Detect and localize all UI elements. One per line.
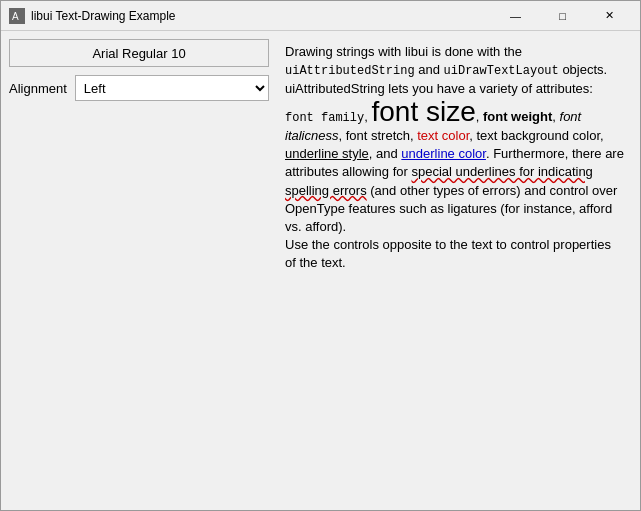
svg-text:A: A	[12, 11, 19, 22]
close-button[interactable]: ✕	[587, 6, 632, 26]
attr-underline-color: underline color	[401, 146, 486, 161]
main-window: A libui Text-Drawing Example — □ ✕ Arial…	[0, 0, 641, 511]
title-bar: A libui Text-Drawing Example — □ ✕	[1, 1, 640, 31]
text-display-panel: Drawing strings with libui is done with …	[277, 39, 632, 502]
attr-font-family: font family	[285, 111, 364, 125]
minimize-button[interactable]: —	[493, 6, 538, 26]
attr-font-size: font size	[371, 96, 475, 127]
alignment-label: Alignment	[9, 81, 67, 96]
font-picker-button[interactable]: Arial Regular 10	[9, 39, 269, 67]
window-icon: A	[9, 8, 25, 24]
content-area: Arial Regular 10 Alignment Left Center R…	[1, 31, 640, 510]
attr-spelling-errors: special underlines for indicating spelli…	[285, 164, 593, 197]
alignment-select[interactable]: Left Center Right Fill	[75, 75, 269, 101]
alignment-row: Alignment Left Center Right Fill	[9, 75, 269, 101]
code-attributed-string: uiAttributedString	[285, 64, 415, 78]
attr-text-color: text color	[417, 128, 469, 143]
window-controls: — □ ✕	[493, 6, 632, 26]
left-panel: Arial Regular 10 Alignment Left Center R…	[9, 39, 269, 502]
code-draw-text-layout: uiDrawTextLayout	[444, 64, 559, 78]
text-content: Drawing strings with libui is done with …	[285, 43, 624, 272]
attr-underline-style: underline style	[285, 146, 369, 161]
window-title: libui Text-Drawing Example	[31, 9, 493, 23]
attr-font-weight: font weight	[483, 109, 552, 124]
maximize-button[interactable]: □	[540, 6, 585, 26]
text-intro: Drawing strings with libui is done with …	[285, 44, 624, 270]
